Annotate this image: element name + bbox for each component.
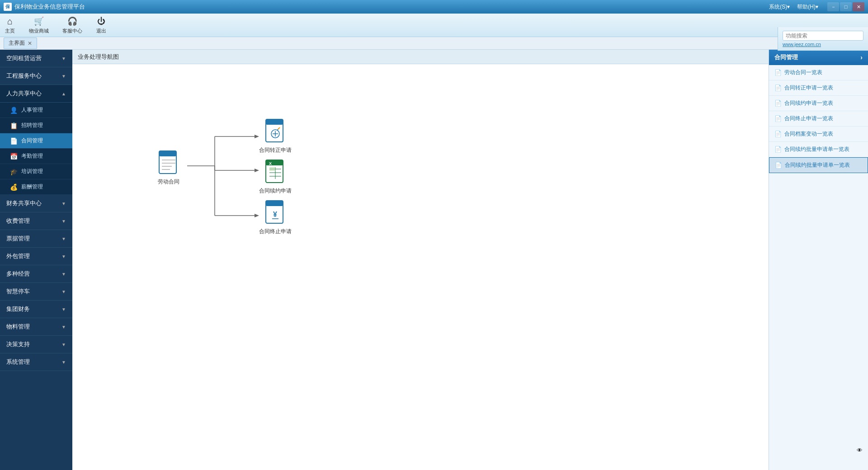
main-area: 空间租赁运营 ▼ 工程服务中心 ▼ 人力共享中心 ▲ xyxy=(0,50,868,470)
flow-node-labor-contract[interactable]: 劳动合同 xyxy=(157,150,180,186)
content-area: 业务处理导航图 劳动合同 xyxy=(72,50,769,470)
tab-main[interactable]: 主界面 ✕ xyxy=(4,38,37,49)
view-icon-container: 👁 xyxy=(857,447,863,454)
sidebar-section-outsource: 外包管理 ▼ xyxy=(0,248,72,265)
minimize-button[interactable]: － xyxy=(827,2,839,11)
sidebar-label-engineering: 工程服务中心 xyxy=(6,72,42,80)
sidebar-header-diverse[interactable]: 多种经营 ▼ xyxy=(0,265,72,283)
salary-label: 薪酬管理 xyxy=(21,183,43,191)
sidebar-label-parking: 智慧停车 xyxy=(6,287,30,296)
flow-node-contract-renew[interactable]: X 合同续约申请 xyxy=(259,159,292,195)
right-panel-item-amend-list[interactable]: 📄 合同转正申请一览表 xyxy=(769,80,868,96)
window-controls: － □ ✕ xyxy=(827,2,864,11)
toolbar-service[interactable]: 🎧 客服中心 xyxy=(62,16,82,34)
home-label: 主页 xyxy=(5,28,15,34)
search-input[interactable] xyxy=(783,31,863,41)
title-left: 保 保利物业业务信息管理平台 xyxy=(4,3,85,11)
svg-rect-24 xyxy=(266,160,283,165)
tab-bar: 主界面 ✕ xyxy=(0,37,868,50)
chevron-icon-engineering: ▼ xyxy=(61,74,66,79)
sidebar-sub-hr: 👤 人事管理 📋 招聘管理 📄 合同管理 📅 xyxy=(0,103,72,195)
sidebar-header-parking[interactable]: 智慧停车 ▼ xyxy=(0,283,72,301)
service-label: 客服中心 xyxy=(62,28,82,34)
sidebar-header-finance[interactable]: 财务共享中心 ▼ xyxy=(0,195,72,212)
chevron-icon-decision: ▼ xyxy=(61,342,66,347)
svg-rect-32 xyxy=(266,201,283,206)
sidebar-header-system[interactable]: 系统管理 ▼ xyxy=(0,353,72,371)
sidebar-header-fee[interactable]: 收费管理 ▼ xyxy=(0,212,72,230)
right-panel-item-renew-list[interactable]: 📄 合同续约申请一览表 xyxy=(769,96,868,111)
right-panel-label-0: 劳动合同一览表 xyxy=(784,69,822,76)
chevron-icon-hr: ▲ xyxy=(61,91,66,96)
toolbar-home[interactable]: ⌂ 主页 xyxy=(5,16,15,34)
right-panel-item-archive-list[interactable]: 📄 合同档案变动一览表 xyxy=(769,127,868,142)
right-panel-item-batch-renew-list[interactable]: 📄 合同续约批量申请单一览表 xyxy=(769,142,868,157)
sidebar-section-fee: 收费管理 ▼ xyxy=(0,212,72,230)
toolbar-shop[interactable]: 🛒 物业商城 xyxy=(29,16,49,34)
personnel-icon: 👤 xyxy=(10,107,18,114)
sidebar-item-contract[interactable]: 📄 合同管理 xyxy=(0,133,72,149)
sidebar-scroll[interactable]: 空间租赁运营 ▼ 工程服务中心 ▼ 人力共享中心 ▲ xyxy=(0,50,72,470)
logout-icon: ⏻ xyxy=(96,16,107,27)
sidebar-header-decision[interactable]: 决策支持 ▼ xyxy=(0,336,72,353)
sidebar-section-material: 物料管理 ▼ xyxy=(0,318,72,336)
sidebar-label-finance: 财务共享中心 xyxy=(6,199,42,207)
sidebar-header-invoice[interactable]: 票据管理 ▼ xyxy=(0,230,72,248)
labor-contract-label: 劳动合同 xyxy=(158,178,179,186)
sidebar-item-attendance[interactable]: 📅 考勤管理 xyxy=(0,149,72,164)
sidebar-section-parking: 智慧停车 ▼ xyxy=(0,283,72,301)
sidebar-header-engineering[interactable]: 工程服务中心 ▼ xyxy=(0,67,72,85)
eye-icon[interactable]: 👁 xyxy=(857,447,863,454)
title-bar: 保 保利物业业务信息管理平台 系统(S)▾ 帮助(H)▾ － □ ✕ xyxy=(0,0,868,14)
sidebar: 空间租赁运营 ▼ 工程服务中心 ▼ 人力共享中心 ▲ xyxy=(0,50,72,470)
sidebar-header-outsource[interactable]: 外包管理 ▼ xyxy=(0,248,72,265)
right-panel-label-5: 合同续约批量申请单一览表 xyxy=(784,146,849,153)
flow-node-contract-end[interactable]: ¥ 合同终止申请 xyxy=(259,200,292,235)
right-panel-item-labor-list[interactable]: 📄 劳动合同一览表 xyxy=(769,65,868,80)
flow-arrows-svg xyxy=(81,73,760,461)
sidebar-item-salary[interactable]: 💰 薪酬管理 xyxy=(0,179,72,195)
system-menu[interactable]: 系统(S)▾ xyxy=(769,3,790,11)
training-label: 培训管理 xyxy=(21,168,43,175)
sidebar-header-group-finance[interactable]: 集团财务 ▼ xyxy=(0,301,72,318)
sidebar-item-personnel[interactable]: 👤 人事管理 xyxy=(0,103,72,118)
right-panel-item-batch-renew-form[interactable]: 📄 合同续约批量申请单一览表 xyxy=(769,157,868,173)
svg-marker-10 xyxy=(255,135,259,138)
function-search: www.jeez.com.cn xyxy=(778,27,868,51)
doc-icon-6: 📄 xyxy=(775,162,782,169)
svg-rect-1 xyxy=(159,151,176,156)
contract-amend-label: 合同转正申请 xyxy=(259,146,292,154)
flow-node-contract-amend[interactable]: 合同转正申请 xyxy=(259,118,292,154)
sidebar-section-space-rental: 空间租赁运营 ▼ xyxy=(0,50,72,67)
maximize-button[interactable]: □ xyxy=(840,2,852,11)
shop-label: 物业商城 xyxy=(29,28,49,34)
contract-renew-icon: X xyxy=(264,159,287,184)
toolbar-logout[interactable]: ⏻ 退出 xyxy=(96,16,107,34)
doc-icon-0: 📄 xyxy=(774,69,782,76)
jeez-link[interactable]: www.jeez.com.cn xyxy=(783,42,863,47)
content-title: 业务处理导航图 xyxy=(78,53,119,61)
sidebar-section-hr: 人力共享中心 ▲ 👤 人事管理 📋 招聘管理 📄 xyxy=(0,85,72,195)
sidebar-item-recruit[interactable]: 📋 招聘管理 xyxy=(0,118,72,133)
sidebar-header-space-rental[interactable]: 空间租赁运营 ▼ xyxy=(0,50,72,67)
content-body: 劳动合同 xyxy=(72,64,769,470)
sidebar-header-material[interactable]: 物料管理 ▼ xyxy=(0,318,72,336)
sidebar-section-diverse: 多种经营 ▼ xyxy=(0,265,72,283)
toolbar: ⌂ 主页 🛒 物业商城 🎧 客服中心 ⏻ 退出 xyxy=(0,14,868,37)
recruit-icon: 📋 xyxy=(10,122,18,129)
sidebar-item-training[interactable]: 🎓 培训管理 xyxy=(0,164,72,179)
sidebar-header-hr[interactable]: 人力共享中心 ▲ xyxy=(0,85,72,103)
chevron-icon-invoice: ▼ xyxy=(61,236,66,241)
tab-close-icon[interactable]: ✕ xyxy=(28,40,32,47)
right-panel-item-end-list[interactable]: 📄 合同终止申请一览表 xyxy=(769,111,868,127)
svg-marker-12 xyxy=(255,169,259,172)
right-panel-label-2: 合同续约申请一览表 xyxy=(784,99,833,107)
close-button[interactable]: ✕ xyxy=(853,2,864,11)
right-panel-title: 合同管理 xyxy=(774,53,798,61)
sidebar-label-hr: 人力共享中心 xyxy=(6,89,42,98)
help-menu[interactable]: 帮助(H)▾ xyxy=(797,3,818,11)
svg-text:¥: ¥ xyxy=(273,211,277,218)
sidebar-label-fee: 收费管理 xyxy=(6,217,30,225)
chevron-icon-outsource: ▼ xyxy=(61,254,66,259)
doc-icon-5: 📄 xyxy=(774,146,782,153)
